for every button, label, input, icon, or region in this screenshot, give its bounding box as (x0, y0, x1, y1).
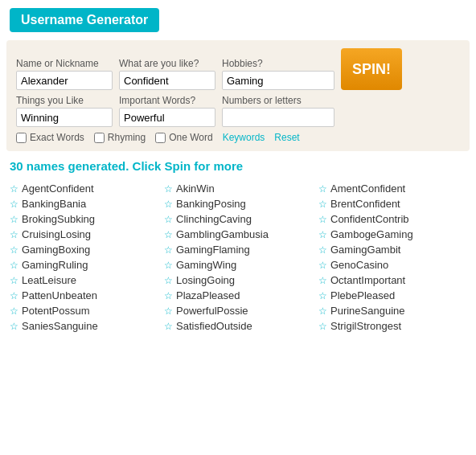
rhyming-checkbox-label[interactable]: Rhyming (94, 132, 146, 143)
field5-label: Important Words? (119, 95, 215, 106)
list-item: ☆SaniesSanguine (10, 320, 158, 332)
exact-words-checkbox-label[interactable]: Exact Words (16, 132, 84, 143)
list-item: ☆AkinWin (164, 182, 312, 195)
list-item: ☆StrigilStrongest (318, 320, 466, 332)
name-text[interactable]: BrokingSubking (22, 213, 95, 225)
list-item: ☆BankingPosing (164, 198, 312, 210)
name-text[interactable]: AmentConfident (330, 182, 405, 195)
name-text[interactable]: LeatLeisure (22, 274, 76, 286)
field1-input[interactable] (16, 71, 113, 90)
name-text[interactable]: PowerfulPossie (176, 305, 248, 317)
star-icon: ☆ (10, 321, 18, 332)
results-area: 30 names generated. Click Spin for more … (10, 159, 466, 332)
field3-input[interactable] (222, 71, 334, 90)
star-icon: ☆ (10, 275, 18, 286)
star-icon: ☆ (164, 214, 173, 225)
name-text[interactable]: PattenUnbeaten (22, 289, 97, 301)
rhyming-checkbox[interactable] (94, 133, 105, 143)
list-item: ☆PotentPossum (10, 305, 158, 317)
keywords-link[interactable]: Keywords (223, 132, 265, 143)
rhyming-label: Rhyming (108, 132, 146, 143)
name-text[interactable]: AgentConfident (22, 182, 94, 195)
name-text[interactable]: PurineSanguine (330, 305, 405, 317)
name-text[interactable]: GenoCasino (330, 259, 388, 271)
list-item: ☆ConfidentContrib (318, 213, 466, 225)
star-icon: ☆ (164, 275, 173, 286)
field2-group: What are you like? (119, 58, 215, 90)
list-item: ☆GamingGambit (318, 244, 466, 256)
name-text[interactable]: OctantImportant (330, 274, 405, 286)
name-text[interactable]: LosingGoing (176, 274, 235, 286)
field5-input[interactable] (119, 108, 215, 127)
name-text[interactable]: StrigilStrongest (330, 320, 401, 332)
star-icon: ☆ (318, 260, 327, 271)
name-text[interactable]: GamblingGambusia (176, 228, 269, 240)
star-icon: ☆ (10, 183, 18, 195)
name-text[interactable]: AkinWin (176, 182, 215, 195)
name-text[interactable]: GamingWing (176, 259, 236, 271)
star-icon: ☆ (164, 183, 173, 195)
field6-label: Numbers or letters (222, 95, 334, 106)
spin-button[interactable]: SPIN! (341, 48, 402, 90)
name-text[interactable]: PotentPossum (22, 305, 90, 317)
list-item: ☆GamingWing (164, 259, 312, 271)
list-item: ☆GamblingGambusia (164, 228, 312, 240)
list-item: ☆BankingBania (10, 198, 158, 210)
field1-group: Name or Nickname (16, 58, 113, 90)
list-item: ☆BrokingSubking (10, 213, 158, 225)
list-item: ☆OctantImportant (318, 274, 466, 286)
name-text[interactable]: BrentConfident (330, 198, 400, 210)
name-text[interactable]: BankingPosing (176, 198, 246, 210)
name-text[interactable]: GamingGambit (330, 244, 400, 256)
star-icon: ☆ (10, 229, 18, 240)
list-item: ☆PattenUnbeaten (10, 289, 158, 301)
list-item: ☆PurineSanguine (318, 305, 466, 317)
one-word-checkbox-label[interactable]: One Word (155, 132, 212, 143)
star-icon: ☆ (164, 305, 173, 317)
star-icon: ☆ (318, 321, 327, 332)
results-count: 30 names generated. Click Spin for more (10, 159, 466, 173)
list-item: ☆LosingGoing (164, 274, 312, 286)
star-icon: ☆ (10, 305, 18, 317)
field2-input[interactable] (119, 71, 215, 90)
name-text[interactable]: CruisingLosing (22, 228, 91, 240)
star-icon: ☆ (318, 214, 327, 225)
star-icon: ☆ (10, 214, 18, 225)
exact-words-label: Exact Words (30, 132, 84, 143)
one-word-checkbox[interactable] (155, 133, 166, 143)
star-icon: ☆ (318, 305, 327, 317)
form-row-1: Name or Nickname What are you like? Hobb… (16, 48, 460, 90)
reset-link[interactable]: Reset (274, 132, 299, 143)
name-text[interactable]: GambogeGaming (330, 228, 413, 240)
name-text[interactable]: PlebePleased (330, 289, 395, 301)
name-text[interactable]: GamingBoxing (22, 244, 90, 256)
field2-label: What are you like? (119, 58, 215, 69)
app-title: Username Generator (21, 13, 148, 27)
field4-label: Things you Like (16, 95, 113, 106)
name-text[interactable]: SaniesSanguine (22, 320, 98, 332)
name-text[interactable]: PlazaPleased (176, 289, 240, 301)
names-grid: ☆AgentConfident☆AkinWin☆AmentConfident☆B… (10, 182, 466, 332)
name-text[interactable]: SatisfiedOutside (176, 320, 252, 332)
star-icon: ☆ (164, 229, 173, 240)
list-item: ☆PlazaPleased (164, 289, 312, 301)
name-text[interactable]: ConfidentContrib (330, 213, 409, 225)
star-icon: ☆ (164, 290, 173, 301)
name-text[interactable]: BankingBania (22, 198, 86, 210)
star-icon: ☆ (164, 260, 173, 271)
star-icon: ☆ (164, 244, 173, 256)
star-icon: ☆ (318, 275, 327, 286)
field4-input[interactable] (16, 108, 113, 127)
star-icon: ☆ (10, 199, 18, 210)
name-text[interactable]: GamingRuling (22, 259, 88, 271)
name-text[interactable]: ClinchingCaving (176, 213, 252, 225)
exact-words-checkbox[interactable] (16, 133, 27, 143)
field4-group: Things you Like (16, 95, 113, 127)
star-icon: ☆ (318, 290, 327, 301)
name-text[interactable]: GamingFlaming (176, 244, 250, 256)
star-icon: ☆ (164, 321, 173, 332)
field6-input[interactable] (222, 108, 334, 127)
list-item: ☆PowerfulPossie (164, 305, 312, 317)
list-item: ☆GamingRuling (10, 259, 158, 271)
list-item: ☆SatisfiedOutside (164, 320, 312, 332)
